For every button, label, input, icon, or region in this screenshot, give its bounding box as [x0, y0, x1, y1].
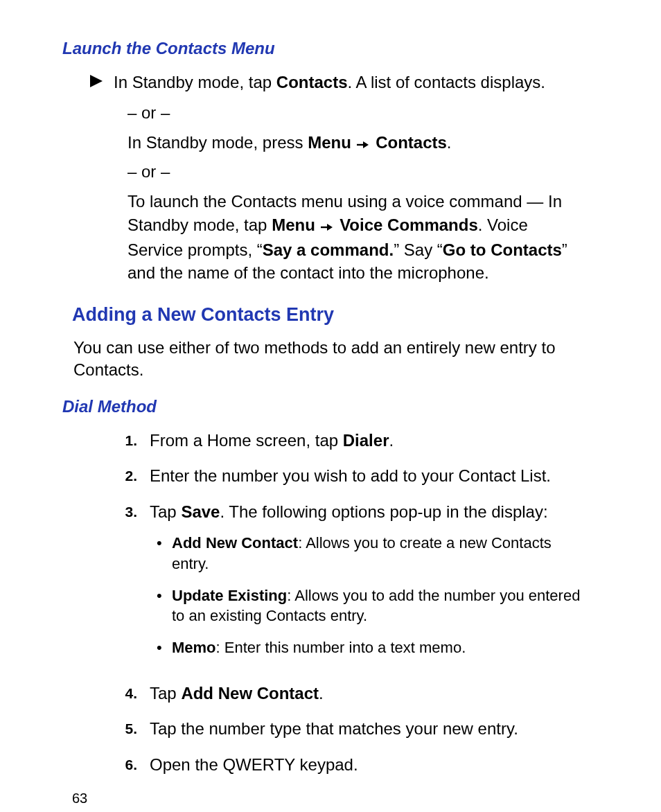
list-item: 4. Tap Add New Contact.: [104, 682, 585, 705]
list-item: •Update Existing: Allows you to add the …: [157, 585, 585, 626]
text: .: [319, 684, 324, 703]
text: : Enter this number into a text memo.: [216, 639, 466, 656]
svg-marker-2: [363, 141, 369, 148]
bold-text: Memo: [172, 639, 216, 656]
bold-text: Voice Commands: [335, 215, 477, 234]
list-item: 2. Enter the number you wish to add to y…: [104, 464, 585, 488]
bold-text: Say a command.: [263, 240, 394, 259]
bullet-icon: •: [157, 585, 172, 606]
text: Tap the number type that matches your ne…: [150, 717, 585, 741]
alt-instruction-1: In Standby mode, press Menu Contacts.: [127, 131, 585, 156]
text: From a Home screen, tap: [150, 431, 343, 450]
alt-instruction-2: To launch the Contacts menu using a voic…: [127, 190, 585, 284]
list-item: 1. From a Home screen, tap Dialer.: [104, 429, 585, 452]
step-number: 5.: [104, 717, 150, 739]
text: Enter the number you wish to add to your…: [150, 464, 585, 488]
sub-list: •Add New Contact: Allows you to create a…: [157, 533, 585, 657]
text: .: [389, 431, 394, 450]
manual-page: Launch the Contacts Menu In Standby mode…: [0, 0, 661, 812]
bullet-icon: •: [157, 637, 172, 658]
bold-text: Go to Contacts: [443, 240, 562, 259]
adding-paragraph: You can use either of two methods to add…: [73, 337, 599, 382]
arrow-right-icon: [320, 215, 333, 238]
svg-marker-4: [327, 224, 333, 231]
step-number: 1.: [104, 429, 150, 450]
arrow-right-icon: [356, 132, 369, 156]
text: Tap: [150, 502, 181, 521]
bold-text: Update Existing: [172, 587, 287, 604]
text: .: [447, 133, 452, 152]
bold-text: Menu: [308, 133, 355, 152]
or-separator: – or –: [127, 101, 585, 125]
text: In Standby mode, press: [127, 133, 308, 152]
steps-list: 1. From a Home screen, tap Dialer. 2. En…: [104, 429, 585, 777]
text: . The following options pop-up in the di…: [220, 502, 547, 521]
text: ” Say “: [394, 240, 443, 259]
bold-text: Add New Contact: [181, 684, 319, 703]
svg-marker-0: [90, 75, 103, 87]
step-number: 2.: [104, 464, 150, 486]
text: In Standby mode, tap: [114, 73, 276, 91]
step-number: 4.: [104, 682, 150, 703]
bold-text: Menu: [272, 215, 319, 234]
list-item: 6. Open the QWERTY keypad.: [104, 753, 585, 777]
list-item: 5. Tap the number type that matches your…: [104, 717, 585, 741]
page-number: 63: [72, 791, 612, 806]
bold-text: Save: [181, 502, 220, 521]
text: . A list of contacts displays.: [348, 73, 545, 91]
bold-text: Add New Contact: [172, 534, 298, 551]
text: Open the QWERTY keypad.: [150, 753, 585, 777]
step-number: 3.: [104, 500, 150, 522]
bold-text: Contacts: [371, 133, 446, 152]
bullet-icon: •: [157, 533, 172, 554]
or-separator: – or –: [127, 160, 585, 184]
heading-launch-contacts: Launch the Contacts Menu: [62, 39, 612, 58]
list-item: 3. Tap Save. The following options pop-u…: [104, 500, 585, 669]
step-number: 6.: [104, 753, 150, 775]
list-item: •Memo: Enter this number into a text mem…: [157, 637, 585, 658]
triangle-bullet-icon: [90, 75, 114, 90]
heading-dial-method: Dial Method: [62, 397, 612, 416]
bold-text: Contacts: [276, 73, 348, 91]
primary-instruction: In Standby mode, tap Contacts. A list of…: [90, 71, 612, 94]
text: Tap: [150, 684, 181, 703]
bold-text: Dialer: [343, 431, 389, 450]
list-item: •Add New Contact: Allows you to create a…: [157, 533, 585, 574]
heading-adding-entry: Adding a New Contacts Entry: [72, 304, 612, 326]
